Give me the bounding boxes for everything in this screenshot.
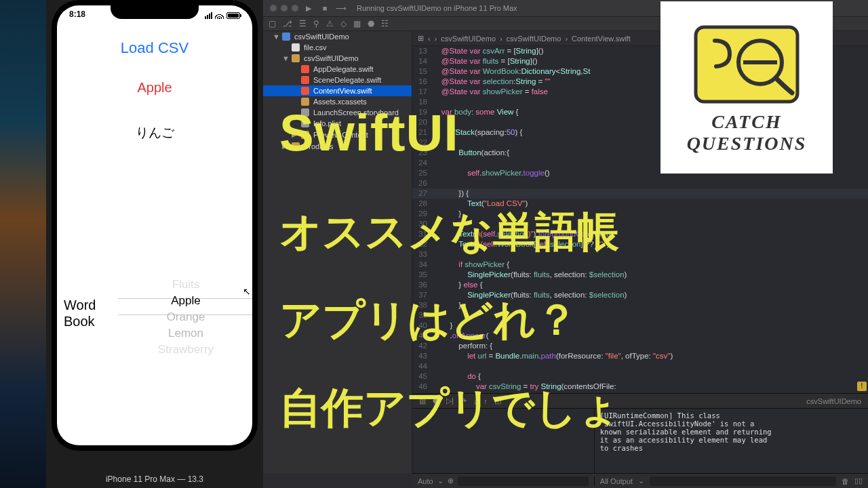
nav-item[interactable]: AppDelegate.swift — [263, 64, 412, 75]
simulator-device-label: iPhone 11 Pro Max — 13.3 — [46, 469, 263, 488]
line-number: 43 — [412, 351, 433, 361]
phone-frame: 8:18 Load CSV Apple りんご WordBook Fluits … — [52, 0, 258, 451]
test-navigator-icon[interactable]: ◇ — [340, 19, 347, 28]
translation-word: りんご — [57, 124, 252, 142]
file-icon — [292, 43, 300, 52]
line-number: 27 — [412, 188, 433, 199]
run-button[interactable]: ▶ — [302, 3, 315, 13]
code-line[interactable]: 35 SinglePicker(fluits: fluits, selectio… — [412, 270, 868, 280]
zoom-icon[interactable] — [292, 5, 298, 12]
output-scope-selector[interactable]: All Output — [600, 477, 633, 485]
code-line[interactable]: 26 — [412, 178, 868, 188]
brand-text: QUESTIONS — [687, 133, 807, 155]
overlay-line: アプリはどれ？ — [279, 291, 578, 348]
nav-item[interactable]: ContentView.swift — [263, 85, 412, 96]
code-line[interactable]: 44 — [412, 361, 868, 371]
overlay-line: オススメな単語帳 — [279, 203, 619, 260]
line-number: 13 — [412, 46, 433, 56]
notch — [111, 5, 199, 19]
trash-icon[interactable]: 🗑 — [842, 477, 849, 485]
project-icon — [282, 33, 290, 41]
line-number: 14 — [412, 56, 433, 66]
debug-navigator-icon[interactable]: ▦ — [353, 19, 361, 28]
picker-option[interactable]: Apple — [118, 293, 252, 309]
breakpoint-navigator-icon[interactable]: ⬣ — [368, 19, 374, 28]
line-number: 34 — [412, 260, 433, 270]
brand-badge: CATCH QUESTIONS — [660, 1, 833, 174]
pane-toggle-icon[interactable]: ▯▯ — [854, 476, 863, 485]
symbol-navigator-icon[interactable]: ☰ — [299, 19, 307, 28]
code-line[interactable]: 27 }) { — [412, 188, 868, 199]
phone-screen[interactable]: 8:18 Load CSV Apple りんご WordBook Fluits … — [57, 5, 252, 445]
line-number: 26 — [412, 178, 433, 188]
overlay-line: 自作アプリでしょ — [279, 380, 620, 436]
console-filter-input[interactable] — [650, 476, 836, 486]
file-icon — [301, 87, 309, 95]
warning-icon[interactable]: ! — [857, 382, 867, 391]
project-navigator-icon[interactable]: ▢ — [269, 19, 276, 28]
file-icon — [292, 54, 300, 62]
forward-icon[interactable]: › — [435, 35, 437, 43]
ios-simulator: 8:18 Load CSV Apple りんご WordBook Fluits … — [46, 0, 263, 488]
picker-option[interactable]: Orange — [118, 309, 252, 325]
line-number: 16 — [412, 77, 433, 87]
wifi-icon — [215, 13, 224, 19]
nav-item-label: SceneDelegate.swift — [313, 76, 381, 84]
process-label: csvSwiftUIDemo — [806, 397, 861, 405]
report-navigator-icon[interactable]: ☷ — [381, 19, 389, 28]
stop-button[interactable]: ■ — [319, 3, 331, 13]
auto-scope-selector[interactable]: Auto — [418, 477, 433, 485]
cellular-icon — [205, 12, 212, 19]
fruit-picker[interactable]: Fluits Apple Orange Lemon Strawberry — [118, 277, 252, 365]
variables-filter-input[interactable] — [458, 476, 589, 486]
brand-text: CATCH — [711, 111, 781, 133]
back-icon[interactable]: ‹ — [428, 35, 431, 43]
picker-label: WordBook — [64, 297, 96, 329]
activity-status: Running csvSwiftUIDemo on iPhone 11 Pro … — [357, 4, 517, 12]
overlay-title: SwiftUI — [279, 103, 459, 162]
mouse-cursor-icon: ↖ — [243, 286, 251, 297]
console-output[interactable]: [UIRuntimeCommon] This class 'SwiftUI.Ac… — [595, 409, 868, 473]
nav-root[interactable]: ▼ csvSwiftUIDemo — [263, 31, 412, 42]
nav-item[interactable]: SceneDelegate.swift — [263, 75, 412, 85]
window-controls[interactable] — [270, 5, 298, 12]
close-icon[interactable] — [270, 5, 277, 12]
picker-option[interactable]: Strawberry — [118, 342, 252, 358]
code-line[interactable]: 36 } else { — [412, 280, 868, 290]
line-number: 35 — [412, 270, 433, 280]
back-icon[interactable]: ⊞ — [418, 34, 424, 43]
picker-option[interactable]: Lemon — [118, 325, 252, 342]
add-icon[interactable]: ⊕ — [448, 476, 454, 485]
load-csv-button[interactable]: Load CSV — [57, 39, 252, 57]
status-time: 8:18 — [69, 9, 85, 22]
file-icon — [301, 65, 309, 73]
find-navigator-icon[interactable]: ⚲ — [313, 19, 319, 28]
nav-item-label: csvSwiftUIDemo — [294, 33, 349, 41]
code-line[interactable]: 34 if showPicker { — [412, 260, 868, 270]
issue-navigator-icon[interactable]: ⚠ — [326, 19, 334, 28]
nav-item-label: csvSwiftUIDemo — [304, 54, 359, 62]
nav-item[interactable]: ▼csvSwiftUIDemo — [263, 53, 412, 64]
selected-word: Apple — [57, 80, 252, 96]
battery-icon — [226, 12, 240, 19]
nav-item[interactable]: file.csv — [263, 42, 412, 53]
file-icon — [301, 76, 309, 84]
line-number: 15 — [412, 66, 433, 77]
nav-item-label: ContentView.swift — [313, 87, 372, 95]
breadcrumb-item[interactable]: ContentView.swift — [572, 35, 631, 43]
nav-item-label: AppDelegate.swift — [313, 65, 374, 73]
line-number: 44 — [412, 361, 433, 371]
desktop-background-strip — [0, 0, 46, 488]
line-number: 17 — [412, 87, 433, 97]
minimize-icon[interactable] — [281, 5, 288, 12]
brand-logo-icon — [689, 20, 804, 108]
breadcrumb-item[interactable]: csvSwiftUIDemo — [507, 35, 561, 43]
source-control-icon[interactable]: ⎇ — [283, 19, 292, 28]
line-number: 36 — [412, 280, 433, 290]
code-line[interactable]: 43 let url = Bundle.main.path(forResourc… — [412, 351, 868, 361]
line-number: 25 — [412, 168, 433, 178]
scheme-selector[interactable]: ⟶ — [335, 3, 347, 13]
breadcrumb-item[interactable]: csvSwiftUIDemo — [441, 35, 496, 43]
picker-option[interactable]: Fluits — [118, 277, 252, 293]
nav-item-label: file.csv — [304, 43, 327, 52]
